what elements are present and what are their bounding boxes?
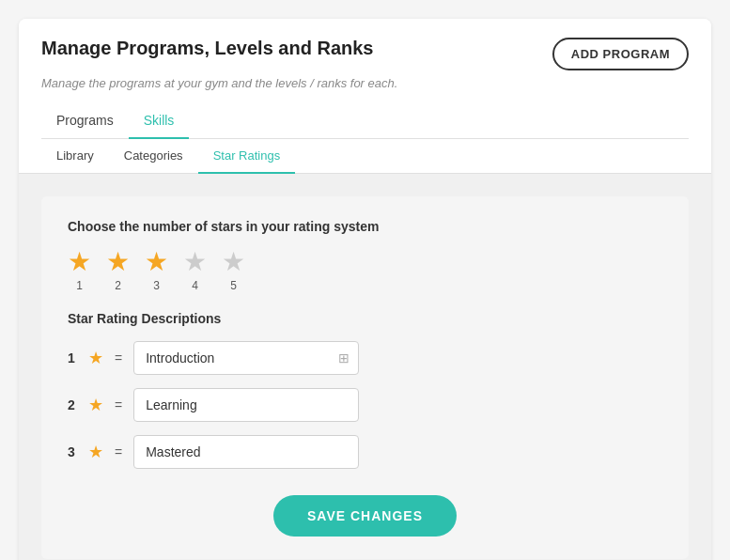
page-container: Manage Programs, Levels and Ranks ADD PR… xyxy=(19,19,711,560)
sub-tab-star-ratings[interactable]: Star Ratings xyxy=(198,139,296,174)
star-item-5[interactable]: ★ 5 xyxy=(222,249,245,292)
rating-input-1[interactable] xyxy=(133,341,359,375)
rating-input-wrapper-1: ⊞ xyxy=(133,341,359,375)
star-rating-desc-title: Star Rating Descriptions xyxy=(68,311,662,326)
sub-tabs-row: Library Categories Star Ratings xyxy=(19,139,711,174)
rating-num-1: 1 xyxy=(68,350,77,366)
save-btn-row: SAVE CHANGES xyxy=(68,495,662,537)
rating-num-3: 3 xyxy=(68,444,77,459)
rating-row-1: 1 ★ = ⊞ xyxy=(68,341,662,375)
content-card: Choose the number of stars in your ratin… xyxy=(41,196,689,559)
header-top: Manage Programs, Levels and Ranks ADD PR… xyxy=(41,38,689,70)
rating-star-2: ★ xyxy=(88,395,103,415)
rating-row-3: 3 ★ = xyxy=(68,435,662,469)
sub-tab-library[interactable]: Library xyxy=(41,139,109,174)
rating-star-3: ★ xyxy=(88,442,103,462)
rating-num-2: 2 xyxy=(68,397,77,412)
save-changes-button[interactable]: SAVE CHANGES xyxy=(273,495,457,537)
subtitle: Manage the programs at your gym and the … xyxy=(41,76,689,90)
star-number-3: 3 xyxy=(153,279,160,292)
header-section: Manage Programs, Levels and Ranks ADD PR… xyxy=(19,19,711,139)
star-icon-2[interactable]: ★ xyxy=(106,249,130,275)
equals-1: = xyxy=(115,350,122,366)
main-tabs: Programs Skills xyxy=(41,103,689,139)
edit-icon-1: ⊞ xyxy=(338,350,349,366)
star-number-5: 5 xyxy=(230,279,237,292)
rating-star-1: ★ xyxy=(88,348,103,368)
star-item-1[interactable]: ★ 1 xyxy=(68,249,91,292)
tab-programs[interactable]: Programs xyxy=(41,103,129,139)
star-number-1: 1 xyxy=(76,279,83,292)
equals-2: = xyxy=(115,397,122,412)
star-icon-4[interactable]: ★ xyxy=(183,249,207,275)
tab-skills[interactable]: Skills xyxy=(129,103,190,139)
rating-input-2[interactable] xyxy=(133,388,359,422)
rating-input-wrapper-2 xyxy=(133,388,359,422)
star-item-2[interactable]: ★ 2 xyxy=(106,249,130,292)
star-icon-5[interactable]: ★ xyxy=(222,249,245,275)
stars-row: ★ 1 ★ 2 ★ 3 ★ 4 ★ 5 xyxy=(68,249,662,292)
star-item-3[interactable]: ★ 3 xyxy=(145,249,168,292)
star-number-4: 4 xyxy=(192,279,198,292)
rating-input-wrapper-3 xyxy=(133,435,359,469)
star-icon-3[interactable]: ★ xyxy=(145,249,168,275)
sub-tab-categories[interactable]: Categories xyxy=(109,139,198,174)
page-title: Manage Programs, Levels and Ranks xyxy=(41,38,373,59)
star-icon-1[interactable]: ★ xyxy=(68,249,91,275)
content-area: Choose the number of stars in your ratin… xyxy=(19,174,711,560)
choose-stars-label: Choose the number of stars in your ratin… xyxy=(68,219,662,234)
star-number-2: 2 xyxy=(115,279,121,292)
add-program-button[interactable]: ADD PROGRAM xyxy=(552,38,689,70)
rating-input-3[interactable] xyxy=(133,435,359,469)
rating-row-2: 2 ★ = xyxy=(68,388,662,422)
equals-3: = xyxy=(115,444,122,459)
star-item-4[interactable]: ★ 4 xyxy=(183,249,207,292)
